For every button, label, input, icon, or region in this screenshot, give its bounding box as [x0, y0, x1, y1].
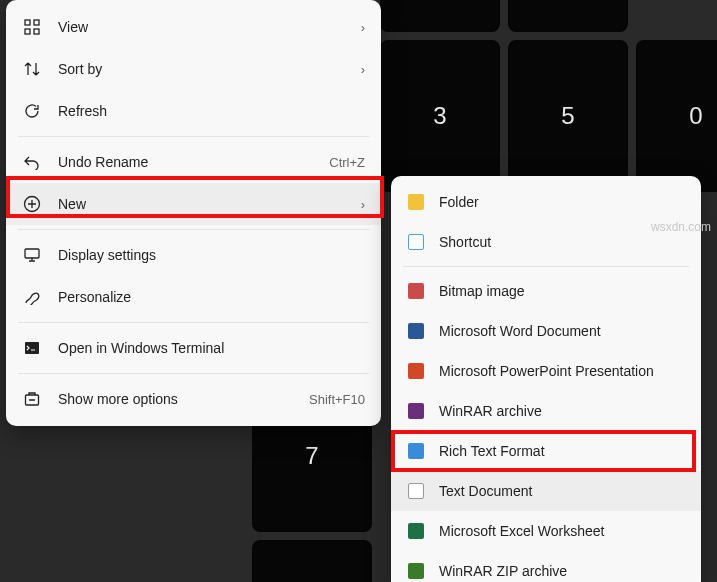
key: 3	[508, 0, 628, 32]
menu-item-show-more[interactable]: Show more options Shift+F10	[6, 378, 381, 420]
menu-item-undo-rename[interactable]: Undo Rename Ctrl+Z	[6, 141, 381, 183]
submenu-item-label: WinRAR archive	[439, 403, 685, 419]
submenu-item-label: Rich Text Format	[439, 443, 685, 459]
context-menu: View › Sort by › Refresh Undo Rename Ctr…	[6, 0, 381, 426]
folder-icon	[407, 193, 425, 211]
submenu-item-bitmap-image[interactable]: Bitmap image	[391, 271, 701, 311]
submenu-item-microsoft-word-document[interactable]: Microsoft Word Document	[391, 311, 701, 351]
word-icon	[407, 322, 425, 340]
text-icon	[407, 482, 425, 500]
shortcut-text: Shift+F10	[309, 392, 365, 407]
submenu-item-winrar-archive[interactable]: WinRAR archive	[391, 391, 701, 431]
new-submenu: FolderShortcutBitmap imageMicrosoft Word…	[391, 176, 701, 582]
menu-item-display-settings[interactable]: Display settings	[6, 234, 381, 276]
submenu-item-label: Microsoft PowerPoint Presentation	[439, 363, 685, 379]
svg-rect-0	[25, 20, 30, 25]
menu-item-new[interactable]: New ›	[6, 183, 381, 225]
separator	[18, 322, 369, 323]
submenu-item-microsoft-powerpoint-presentation[interactable]: Microsoft PowerPoint Presentation	[391, 351, 701, 391]
submenu-item-text-document[interactable]: Text Document	[391, 471, 701, 511]
submenu-item-microsoft-excel-worksheet[interactable]: Microsoft Excel Worksheet	[391, 511, 701, 551]
undo-icon	[22, 152, 42, 172]
personalize-icon	[22, 287, 42, 307]
separator	[18, 373, 369, 374]
menu-item-label: View	[58, 19, 361, 35]
separator	[18, 229, 369, 230]
menu-item-refresh[interactable]: Refresh	[6, 90, 381, 132]
submenu-item-label: WinRAR ZIP archive	[439, 563, 685, 579]
refresh-icon	[22, 101, 42, 121]
watermark: wsxdn.com	[651, 220, 711, 234]
chevron-right-icon: ›	[361, 197, 365, 212]
sort-icon	[22, 59, 42, 79]
menu-item-label: Sort by	[58, 61, 361, 77]
submenu-item-folder[interactable]: Folder	[391, 182, 701, 222]
menu-item-label: Display settings	[58, 247, 365, 263]
menu-item-label: Open in Windows Terminal	[58, 340, 365, 356]
display-icon	[22, 245, 42, 265]
menu-item-open-terminal[interactable]: Open in Windows Terminal	[6, 327, 381, 369]
menu-item-view[interactable]: View ›	[6, 6, 381, 48]
winrar-zip-icon	[407, 562, 425, 580]
menu-item-label: Refresh	[58, 103, 365, 119]
menu-item-label: Undo Rename	[58, 154, 329, 170]
key: 1	[380, 0, 500, 32]
powerpoint-icon	[407, 362, 425, 380]
submenu-item-label: Bitmap image	[439, 283, 685, 299]
menu-item-label: New	[58, 196, 361, 212]
svg-rect-1	[34, 20, 39, 25]
new-icon	[22, 194, 42, 214]
svg-rect-5	[25, 249, 39, 258]
grid-icon	[22, 17, 42, 37]
submenu-item-label: Microsoft Word Document	[439, 323, 685, 339]
submenu-item-label: Shortcut	[439, 234, 685, 250]
key: 3	[380, 40, 500, 192]
svg-rect-2	[25, 29, 30, 34]
svg-rect-3	[34, 29, 39, 34]
key: 0	[636, 40, 717, 192]
more-icon	[22, 389, 42, 409]
key: 5	[508, 40, 628, 192]
rtf-icon	[407, 442, 425, 460]
menu-item-label: Personalize	[58, 289, 365, 305]
terminal-icon	[22, 338, 42, 358]
excel-icon	[407, 522, 425, 540]
separator	[18, 136, 369, 137]
svg-rect-6	[25, 342, 39, 354]
chevron-right-icon: ›	[361, 62, 365, 77]
shortcut-icon	[407, 233, 425, 251]
submenu-item-label: Microsoft Excel Worksheet	[439, 523, 685, 539]
menu-item-personalize[interactable]: Personalize	[6, 276, 381, 318]
menu-item-sort[interactable]: Sort by ›	[6, 48, 381, 90]
submenu-item-label: Folder	[439, 194, 685, 210]
shortcut-text: Ctrl+Z	[329, 155, 365, 170]
menu-item-label: Show more options	[58, 391, 309, 407]
bitmap-icon	[407, 282, 425, 300]
chevron-right-icon: ›	[361, 20, 365, 35]
separator	[403, 266, 689, 267]
winrar-icon	[407, 402, 425, 420]
submenu-item-rich-text-format[interactable]: Rich Text Format	[391, 431, 701, 471]
submenu-item-label: Text Document	[439, 483, 685, 499]
key: 9	[252, 540, 372, 582]
submenu-item-winrar-zip-archive[interactable]: WinRAR ZIP archive	[391, 551, 701, 582]
